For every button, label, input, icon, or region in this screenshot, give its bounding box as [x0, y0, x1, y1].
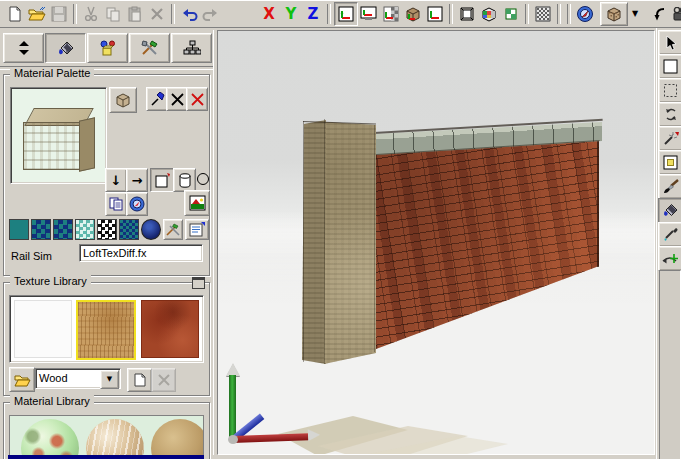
- swatch-solid-teal[interactable]: [9, 219, 29, 240]
- marquee-select-button[interactable]: [658, 78, 681, 103]
- fill-region-button[interactable]: [658, 150, 681, 175]
- camera-button[interactable]: [670, 3, 681, 25]
- view-cube-button[interactable]: [402, 3, 424, 25]
- swatch-tools-button[interactable]: [163, 219, 183, 240]
- texture-thumb-blank[interactable]: [14, 300, 72, 358]
- material-library-scrollbar[interactable]: [8, 455, 204, 459]
- texture-category-combobox[interactable]: Wood ▼: [35, 368, 121, 389]
- redo-button[interactable]: [200, 3, 222, 25]
- view-axis-plain-icon: [427, 6, 443, 22]
- rotate-tool-button[interactable]: [658, 102, 681, 127]
- tab-hierarchy[interactable]: [171, 33, 212, 63]
- paint-bucket-icon: [57, 40, 75, 56]
- swatch-navy-sphere[interactable]: [141, 219, 161, 240]
- bend-axis-button[interactable]: [658, 246, 681, 271]
- shader-filename-input[interactable]: [79, 244, 203, 262]
- open-button[interactable]: [26, 3, 48, 25]
- view-checker-icon: [383, 6, 399, 22]
- tools-hammer-icon: [166, 223, 180, 236]
- pillar-left-face[interactable]: [302, 120, 326, 364]
- axis-z-button[interactable]: Z: [302, 3, 324, 25]
- texture-library-group: Texture Library Wood ▼: [3, 282, 210, 396]
- texture-thumb-red[interactable]: [141, 300, 199, 358]
- tab-tools[interactable]: [129, 33, 170, 63]
- view-axis-button[interactable]: [334, 2, 358, 26]
- swatch-checker-bw[interactable]: [97, 219, 117, 240]
- paste-button[interactable]: [124, 3, 146, 25]
- map-cylinder-button[interactable]: [173, 168, 196, 192]
- delete-texture-button[interactable]: [151, 368, 176, 392]
- pushpin-button[interactable]: [146, 87, 168, 111]
- tab-navigate[interactable]: [3, 33, 44, 63]
- material-sphere-tan[interactable]: [151, 419, 204, 459]
- delete-button[interactable]: [146, 3, 168, 25]
- swatch-checker-fine[interactable]: [119, 219, 139, 240]
- copy-material-button[interactable]: [105, 192, 127, 216]
- right-toolbar-tray: [659, 270, 681, 459]
- render-dither-button[interactable]: [532, 3, 554, 25]
- material-sphere-green[interactable]: [21, 419, 79, 459]
- swatch-checker-2[interactable]: [53, 219, 73, 240]
- tab-primitives[interactable]: [87, 33, 128, 63]
- axis-y-button[interactable]: Y: [280, 3, 302, 25]
- open-texture-folder-button[interactable]: [9, 367, 35, 392]
- browse-material-button[interactable]: [126, 192, 148, 216]
- pillar-front-face[interactable]: [324, 119, 376, 365]
- view-checker-button[interactable]: [380, 3, 402, 25]
- material-preview[interactable]: [10, 87, 107, 184]
- sphere-map-icon: [196, 172, 210, 186]
- hook-icon: [651, 6, 667, 22]
- view-display-button[interactable]: [358, 3, 380, 25]
- new-texture-button[interactable]: [127, 368, 152, 392]
- new-button[interactable]: [4, 3, 26, 25]
- map-sphere-button[interactable]: [194, 168, 212, 190]
- copy-button[interactable]: [102, 3, 124, 25]
- view-display-icon: [360, 6, 378, 22]
- render-wireframe-button[interactable]: [456, 3, 478, 25]
- map-square-button[interactable]: [150, 168, 175, 192]
- chevron-down-icon: ▼: [107, 376, 112, 383]
- redo-icon: [202, 7, 220, 21]
- cursor-tool-button[interactable]: [658, 30, 681, 55]
- square-select-button[interactable]: [658, 54, 681, 79]
- brick-wall-face[interactable]: [376, 138, 599, 349]
- paint-bucket-button[interactable]: [658, 198, 681, 223]
- apply-down-button[interactable]: ↓: [105, 168, 127, 192]
- view-axis-plain-button[interactable]: [424, 3, 446, 25]
- compass-icon: [576, 5, 594, 23]
- tab-paint[interactable]: [45, 33, 86, 63]
- eyedropper-icon: [663, 227, 678, 242]
- material-sphere-streaked[interactable]: [86, 419, 144, 459]
- chevron-down-icon: ▼: [632, 10, 638, 18]
- compass-browse-button[interactable]: [574, 3, 596, 25]
- swatch-checker-pale[interactable]: [75, 219, 95, 240]
- render-box-button[interactable]: [500, 3, 522, 25]
- material-box-button[interactable]: [600, 2, 628, 26]
- magic-wand-button[interactable]: [658, 126, 681, 151]
- apply-right-button[interactable]: →: [126, 168, 148, 192]
- save-button[interactable]: [48, 3, 70, 25]
- image-preview-button[interactable]: [184, 190, 210, 216]
- navigate-arrows-icon: [17, 40, 31, 56]
- combobox-dropdown-button[interactable]: ▼: [100, 370, 119, 389]
- eyedropper-button[interactable]: [658, 222, 681, 247]
- swatch-properties-button[interactable]: [185, 219, 209, 240]
- clear-material-button[interactable]: [166, 87, 188, 111]
- axis-x-button[interactable]: X: [258, 3, 280, 25]
- shader-label: Rail Sim: [11, 250, 52, 262]
- delete-material-button[interactable]: [186, 87, 208, 111]
- view-cube-icon: [405, 6, 421, 22]
- attach-hook-button[interactable]: [648, 3, 670, 25]
- texture-thumb-wood-selected[interactable]: [76, 300, 136, 360]
- compass-icon: [129, 196, 145, 212]
- material-cube-button[interactable]: [109, 87, 137, 113]
- viewport-3d[interactable]: [217, 30, 655, 455]
- undo-button[interactable]: [178, 3, 200, 25]
- new-doc-icon: [134, 373, 146, 387]
- popout-icon[interactable]: [192, 277, 205, 289]
- paintbrush-button[interactable]: [658, 174, 681, 199]
- swatch-checker-1[interactable]: [31, 219, 51, 240]
- material-dropdown-button[interactable]: ▼: [628, 3, 642, 25]
- cut-button[interactable]: [80, 3, 102, 25]
- render-textured-button[interactable]: [478, 3, 500, 25]
